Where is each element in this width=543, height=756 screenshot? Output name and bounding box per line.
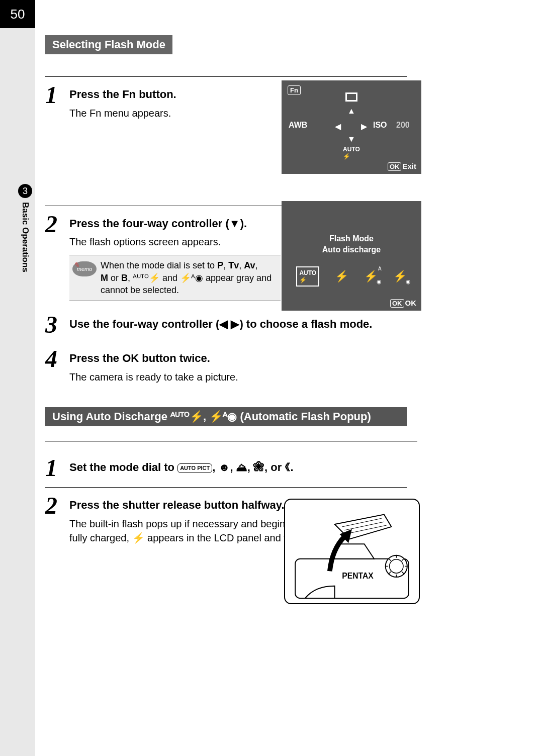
iso-label: ISO xyxy=(373,121,387,130)
left-margin xyxy=(0,0,35,756)
flash-auto-icon: AUTO⚡ xyxy=(296,266,319,287)
drive-mode-icon xyxy=(345,92,357,102)
flash-auto-icon: AUTO⚡ xyxy=(343,146,360,160)
memo-text: When the mode dial is set to P, Tv, Av, … xyxy=(101,259,272,296)
text: Press the xyxy=(69,88,122,101)
text: Set the mode dial to xyxy=(69,461,177,474)
chapter-number: 3 xyxy=(18,184,32,198)
arrow-right-icon: ▶ xyxy=(361,122,367,131)
autopict-icon: AUTO PICT xyxy=(177,463,212,473)
awb-label: AWB xyxy=(289,121,307,130)
rule xyxy=(45,76,407,77)
heading-underline xyxy=(45,441,417,442)
page-number: 50 xyxy=(0,0,35,28)
fn-badge: Fn xyxy=(288,85,301,95)
ok-exit: OKExit xyxy=(388,162,416,171)
step-title: Set the mode dial to AUTO PICT, ☻, ⛰, ❀,… xyxy=(69,460,427,475)
step-3: 3 Use the four-way controller (◀ ▶) to c… xyxy=(45,313,427,337)
iso-value: 200 xyxy=(396,121,410,130)
camera-brand-text: PENTAX xyxy=(342,572,374,580)
step-desc: The camera is ready to take a picture. xyxy=(69,370,427,384)
text: , ☻, ⛰, ❀, or ⟪. xyxy=(212,461,293,474)
flash-redeye-icon: ⚡◉ xyxy=(393,270,407,283)
arrow-up-icon: ▲ xyxy=(347,107,355,116)
step-4: 4 Press the OK button twice. The camera … xyxy=(45,347,427,384)
memo-icon: ✎ memo xyxy=(72,261,97,276)
ok-label: OK xyxy=(122,352,139,364)
rule xyxy=(45,487,407,488)
flash-options-row: AUTO⚡ ⚡ ⚡A◉ ⚡◉ xyxy=(289,266,414,287)
step-number: 2 xyxy=(45,212,65,236)
text: Press the xyxy=(69,352,122,364)
flash-mode-screen: Flash Mode Auto discharge AUTO⚡ ⚡ ⚡A◉ ⚡◉… xyxy=(282,201,421,311)
arrow-left-icon: ◀ xyxy=(335,122,341,131)
exit-label: Exit xyxy=(402,162,416,170)
step-number: 3 xyxy=(45,313,65,337)
step-title: Press the OK button twice. xyxy=(69,351,427,366)
fn-label: Fn xyxy=(122,88,136,101)
text: button. xyxy=(136,88,176,101)
flash-on-icon: ⚡ xyxy=(335,270,348,283)
chapter-title: Basic Operations xyxy=(20,202,30,272)
arrow-down-icon: ▼ xyxy=(347,135,355,144)
screen-subtitle: Auto discharge xyxy=(282,245,421,254)
section-heading-selecting-flash: Selecting Flash Mode xyxy=(45,35,172,54)
flash-auto-redeye-icon: ⚡A◉ xyxy=(364,270,378,283)
step-number: 1 xyxy=(45,83,65,107)
step-number: 4 xyxy=(45,347,65,371)
svg-point-5 xyxy=(386,555,407,577)
text: button twice. xyxy=(139,352,210,364)
section-heading-auto-discharge: Using Auto Discharge ᴬᵁᵀᴼ⚡, ⚡ᴬ◉ (Automat… xyxy=(45,407,407,426)
ok-label: OK xyxy=(405,299,417,307)
ok-box-icon: OK xyxy=(388,162,402,171)
memo-box: ✎ memo When the mode dial is set to P, T… xyxy=(69,255,281,301)
camera-illustration: PENTAX xyxy=(284,499,420,604)
ok-ok: OKOK xyxy=(390,299,416,308)
chapter-tab: 3 Basic Operations xyxy=(15,184,35,272)
fn-menu-screen: Fn ▲ ▼ ◀ ▶ AWB ISO 200 AUTO⚡ OKExit xyxy=(282,80,421,174)
step-number: 2 xyxy=(45,494,65,518)
step-b1: 1 Set the mode dial to AUTO PICT, ☻, ⛰, … xyxy=(45,456,427,480)
screen-title: Flash Mode xyxy=(282,234,421,243)
step-number: 1 xyxy=(45,456,65,480)
ok-box-icon: OK xyxy=(390,299,404,308)
step-title: Use the four-way controller (◀ ▶) to cho… xyxy=(69,317,427,332)
